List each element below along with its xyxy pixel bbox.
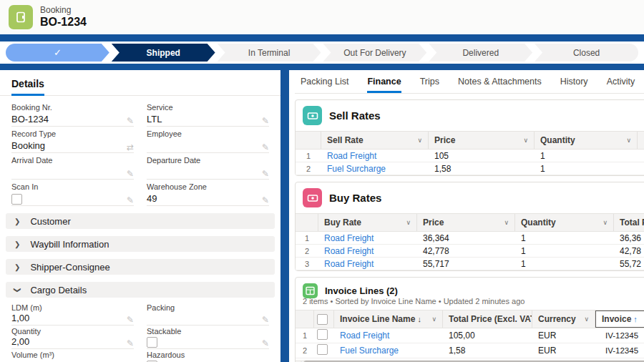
edit-pencil-icon[interactable]: ✎ [262,170,269,178]
edit-pencil-icon[interactable]: ✎ [127,339,134,348]
column-buy-rate[interactable]: Buy Rate∨ [318,214,417,231]
sell-rates-card: Sell Rates Sell Rate∨ Price∨ Quantity∨ [295,99,644,176]
edit-pencil-icon[interactable]: ✎ [262,315,269,324]
record-title: BO-1234 [40,16,87,29]
field-volume: Volume (m³) 4,000✎ [11,349,134,362]
chevron-right-icon: ❯ [14,263,20,271]
table-row: 2 Road Freight 42,778 1 42,78 [296,245,644,258]
field-stackable: Stackable ✎ [147,326,269,349]
column-total-price-excl-vat[interactable]: Total Price (Excl. VAT)∨ [443,310,532,328]
column-invoice[interactable]: Invoice↑∨ [595,310,644,328]
buy-rates-icon [303,188,322,207]
edit-pencil-icon[interactable]: ✎ [262,143,269,152]
bottom-divider-bar [0,64,644,70]
field-ldm: LDM (m) 1,00✎ [11,302,134,326]
column-quantity[interactable]: Quantity∨ [515,214,614,231]
edit-pencil-icon[interactable]: ✎ [127,315,134,324]
chevron-right-icon: ❯ [14,240,20,248]
invoice-lines-title[interactable]: Invoice Lines (2) [325,285,398,296]
path-stage-out-for-delivery[interactable]: Out For Delivery [323,44,426,62]
tab-activity[interactable]: Activity [607,70,635,93]
column-currency[interactable]: Currency∨ [532,310,595,328]
invoice-line-link[interactable]: Fuel Surcharge [340,346,399,356]
tablet-icon [14,11,27,24]
buy-rate-link[interactable]: Road Freight [324,246,374,256]
field-quantity: Quantity 2,00✎ [11,326,134,349]
edit-pencil-icon[interactable]: ✎ [127,117,134,125]
buy-rates-title[interactable]: Buy Rates [329,192,381,204]
edit-pencil-icon[interactable]: ✎ [262,117,269,125]
field-warehouse-zone: Warehouse Zone 49✎ [147,180,269,206]
section-label: Waybill Information [30,239,109,250]
tab-notes-attachments[interactable]: Notes & Attachments [458,70,542,93]
path-stage-completed[interactable]: ✓ [6,44,109,62]
table-row: 1 Road Freight 36,364 1 36,36 [296,232,644,245]
chevron-down-icon[interactable]: ∨ [406,219,411,226]
row-checkbox[interactable] [317,344,328,355]
column-quantity[interactable]: Quantity∨ [535,132,638,149]
buy-rates-header-row: Buy Rate∨ Price∨ Quantity∨ Total Price∨ [296,213,644,232]
edit-pencil-icon[interactable]: ✎ [262,339,269,348]
chevron-down-icon[interactable]: ∨ [584,315,589,323]
scan-in-checkbox[interactable] [11,194,22,205]
table-row: 3 Road Freight 55,717 1 55,72 [296,258,644,270]
path-stage-in-terminal[interactable]: In Terminal [218,44,321,62]
path-stage-label: Shipped [147,48,180,58]
top-divider-bar [0,34,644,41]
tab-finance[interactable]: Finance [367,70,401,93]
select-all-checkbox[interactable] [317,314,328,325]
edit-pencil-icon[interactable]: ✎ [127,196,134,205]
field-scan-in: Scan In ✎ [11,180,134,206]
section-customer[interactable]: ❯ Customer [6,213,275,229]
field-hazardous: Hazardous ✎ [147,349,269,362]
field-packing: Packing ✎ [147,302,269,326]
row-checkbox[interactable] [317,329,328,340]
field-arrival-date: Arrival Date ✎ [11,153,134,180]
column-price[interactable]: Price∨ [429,132,535,149]
section-label: Customer [30,216,70,227]
chevron-down-icon[interactable]: ∨ [523,137,528,144]
tab-history[interactable]: History [560,70,588,93]
booking-object-icon [9,5,33,29]
tab-bar: Packing List Finance Trips Notes & Attac… [295,70,644,94]
sell-rate-link[interactable]: Fuel Surcharge [327,164,386,174]
column-invoice-line-name[interactable]: Invoice Line Name↓∨ [334,310,443,328]
invoice-lines-meta: 2 items • Sorted by Invoice Line Name • … [296,297,644,310]
section-waybill-information[interactable]: ❯ Waybill Information [6,236,275,252]
column-price[interactable]: Price∨ [417,214,515,231]
chevron-down-icon[interactable]: ∨ [602,219,608,226]
invoice-line-link[interactable]: Road Freight [340,331,389,341]
chevron-down-icon[interactable]: ∨ [417,137,422,144]
sort-desc-icon: ↓ [417,315,421,323]
edit-pencil-icon[interactable]: ✎ [127,170,134,178]
path-stage-closed[interactable]: Closed [535,44,638,62]
chevron-down-icon[interactable]: ∨ [626,137,631,144]
path-stage-delivered[interactable]: Delivered [429,44,532,62]
path-stage-shipped[interactable]: Shipped [112,44,215,62]
stackable-checkbox[interactable] [147,337,157,348]
tab-packing-list[interactable]: Packing List [301,70,348,93]
column-sell-rate[interactable]: Sell Rate∨ [321,132,429,149]
path: ✓ Shipped In Terminal Out For Delivery D… [6,44,638,62]
change-record-type-icon[interactable]: ⇄ [127,143,134,152]
sell-rate-link[interactable]: Road Freight [327,151,376,161]
sell-rates-title[interactable]: Sell Rates [329,109,381,122]
chevron-down-icon[interactable]: ∨ [431,315,436,323]
sell-rates-icon [303,106,322,125]
edit-pencil-icon[interactable]: ✎ [262,196,269,205]
details-tab[interactable]: Details [11,78,44,96]
sort-asc-icon: ↑ [633,315,638,323]
field-service: Service LTL✎ [147,100,269,127]
buy-rate-link[interactable]: Road Freight [324,259,374,269]
section-shipper-consignee[interactable]: ❯ Shipper-Consignee [6,259,275,275]
tab-trips[interactable]: Trips [420,70,439,93]
section-cargo-details[interactable]: ❯ Cargo Details [6,282,275,298]
related-panel: Packing List Finance Trips Notes & Attac… [289,70,644,362]
path-stage-label: Delivered [462,48,499,58]
column-total-price[interactable]: Total Price∨ [614,214,644,231]
field-record-type: Record Type Booking⇄ [11,127,134,153]
chevron-down-icon[interactable]: ∨ [504,219,509,226]
buy-rate-link[interactable]: Road Freight [324,233,374,243]
table-row: 2 Fuel Surcharge 1,58 1 [296,162,644,175]
table-row: 1 Road Freight 105,00 EUR IV-12345 [296,328,644,343]
